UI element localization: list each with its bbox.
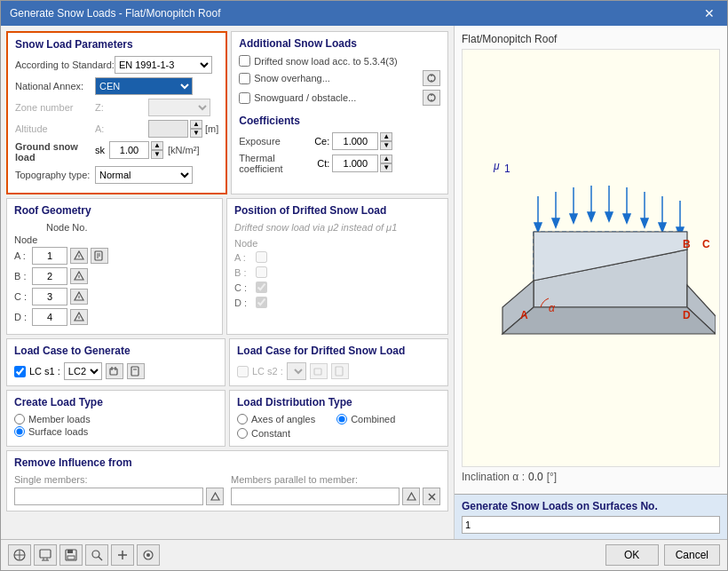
node-a-pick-button[interactable] [70,248,88,264]
snowguard-settings-button[interactable] [423,90,440,106]
snow-params-section: Snow Load Parameters According to Standa… [6,31,227,194]
single-members-col: Single members: [14,474,224,505]
node-c-input[interactable] [32,288,67,305]
snowguard-row: Snowguard / obstacle... [239,90,440,106]
node-d-pick-button[interactable] [70,309,88,325]
exposure-spin-btns: ▲ ▼ [380,132,392,150]
ground-snow-label2: load [15,152,95,163]
diagram-title: Flat/Monopitch Roof [462,33,720,45]
parallel-members-pick-button[interactable] [402,488,420,505]
load-case-drifted-section: Load Case for Drifted Snow Load LC s2 : [229,338,448,386]
close-button[interactable]: ✕ [700,6,718,20]
drifted-label: Drifted snow load acc. to 5.3.4(3) [254,56,397,67]
thermal-input[interactable] [332,155,378,172]
load-case-sections: Load Case to Generate LC s1 : LC2 [6,338,448,386]
member-loads-radio[interactable] [14,414,25,424]
surfaces-input[interactable] [462,516,720,534]
zone-label: Zone number [15,102,95,113]
thermal-up[interactable]: ▲ [380,155,392,163]
parallel-members-input-row [231,488,440,505]
ok-button[interactable]: OK [605,544,659,566]
coefficients-section: Coefficients Exposure Ce: ▲ ▼ [239,115,440,174]
node-b-row: B : [14,267,215,285]
node-c-label: C : [14,291,32,302]
remove-influence-title: Remove Influence from [14,456,440,469]
overhang-checkbox[interactable] [239,73,250,84]
exposure-row: Exposure Ce: ▲ ▼ [239,132,440,150]
additional-loads-title: Additional Snow Loads [239,37,440,50]
toolbar-btn-5[interactable] [111,544,134,566]
ground-snow-down[interactable]: ▼ [151,150,163,159]
exposure-input[interactable] [332,132,378,150]
annex-label: National Annex: [15,81,95,91]
lc1-select[interactable]: LC2 [64,362,102,380]
roof-geometry-section: Roof Geometry Node No. Node A : [6,198,223,335]
toolbar-btn-3[interactable] [59,544,83,566]
toolbar-btn-4[interactable] [85,544,108,566]
node-a-edit-button[interactable] [91,248,108,264]
node-d-input[interactable] [32,308,67,326]
dialog-body: Snow Load Parameters According to Standa… [1,26,727,539]
exposure-spin: ▲ ▼ [332,132,392,150]
lc1-edit-button[interactable] [127,363,145,379]
ground-snow-row: Ground snow load sk ▲ ▼ [15,141,218,163]
constant-radio[interactable] [237,428,248,439]
svg-text:1: 1 [504,163,510,175]
single-members-label: Single members: [14,474,224,485]
drifted-checkbox[interactable] [239,55,250,67]
node-b-label: B : [14,271,32,282]
parallel-members-input[interactable] [231,488,400,505]
axes-angles-radio[interactable] [237,414,248,424]
toolbar-right: OK Cancel [605,544,720,566]
node-c-pick-button[interactable] [70,289,88,305]
svg-point-77 [146,553,150,557]
overhang-settings-button[interactable] [423,70,440,86]
exposure-down[interactable]: ▼ [380,141,392,150]
toolbar-btn-2[interactable] [34,544,57,566]
thermal-spin-btns: ▲ ▼ [380,155,392,172]
topo-select[interactable]: Normal [95,166,193,184]
lc1-open-button[interactable] [106,363,123,379]
axes-angles-label: Axes of angles [251,414,315,424]
node-d-row: D : [14,308,215,326]
cancel-button[interactable]: Cancel [664,544,720,566]
ground-snow-up[interactable]: ▲ [151,141,163,150]
svg-text:C: C [702,238,710,250]
inclination-unit: [°] [547,471,557,483]
create-dist-sections: Create Load Type Member loads Surface lo… [6,390,448,447]
surface-loads-radio[interactable] [14,426,25,437]
combined-row: Combined [336,414,395,424]
parallel-members-label: Members parallel to member: [231,474,440,485]
standard-select[interactable]: EN 1991-1-3 [115,56,212,74]
parallel-members-clear-button[interactable] [423,488,440,505]
node-b-pick-button[interactable] [70,268,88,284]
right-panel: Flat/Monopitch Roof μ 1 [454,26,727,539]
ground-snow-input[interactable] [109,141,149,159]
altitude-up[interactable]: ▲ [190,120,202,129]
toolbar-btn-1[interactable] [8,544,31,566]
surfaces-section: Generate Snow Loads on Surfaces No. [455,494,727,539]
single-members-pick-button[interactable] [206,488,224,505]
ground-snow-spin-btns: ▲ ▼ [151,141,163,159]
annex-select[interactable]: CEN [95,77,193,95]
node-b-input[interactable] [32,267,67,285]
snowguard-checkbox[interactable] [239,92,250,104]
remove-row: Single members: Members parallel to memb… [14,474,440,505]
toolbar-btn-6[interactable] [137,544,160,566]
combined-radio[interactable] [336,414,347,424]
single-members-input[interactable] [14,488,203,505]
thermal-spin: ▲ ▼ [332,155,392,172]
lc1-checkbox[interactable] [14,366,26,377]
lc2-label: LC s2 : [252,366,283,377]
dialog-generate-snow-loads: Generate Snow Loads - Flat/Monopitch Roo… [0,0,728,571]
altitude-row: Altitude A: ▲ ▼ [m] [15,120,218,138]
svg-text:D: D [683,309,691,321]
node-a-input[interactable] [32,247,67,265]
altitude-spin: ▲ ▼ [148,120,202,138]
standard-row: According to Standard: EN 1991-1-3 [15,56,218,74]
member-loads-label: Member loads [28,414,91,424]
altitude-down[interactable]: ▼ [190,129,202,138]
node-label-row: Node [14,234,215,245]
exposure-up[interactable]: ▲ [380,132,392,141]
thermal-down[interactable]: ▼ [380,163,392,172]
